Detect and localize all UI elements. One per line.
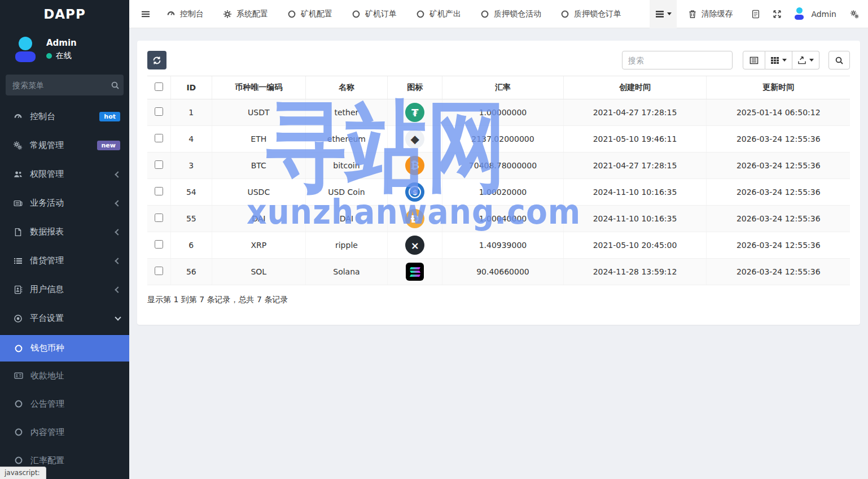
cell-icon: ₿ xyxy=(388,153,442,179)
cell-name: DAI xyxy=(305,206,388,232)
table-row: 1USDTtether₮1.000000002021-04-27 17:28:1… xyxy=(147,99,850,126)
user-status: 在线 xyxy=(46,51,77,61)
fullscreen-icon[interactable] xyxy=(773,10,782,19)
row-checkbox[interactable] xyxy=(155,134,163,142)
table-row: 55DAIDAIÐ1.000400002024-11-10 10:16:3520… xyxy=(147,206,850,232)
coins-table: ID币种唯一编码名称图标汇率创建时间更新时间 1USDTtether₮1.000… xyxy=(147,76,850,285)
gears-icon xyxy=(12,141,24,150)
row-checkbox[interactable] xyxy=(155,187,163,195)
refresh-button[interactable] xyxy=(147,51,166,69)
columns-dropdown-button[interactable] xyxy=(765,51,792,69)
user-avatar[interactable] xyxy=(12,36,38,62)
sidebar-item-platform-settings[interactable]: 平台设置 xyxy=(0,304,129,333)
cell-icon: × xyxy=(388,232,442,259)
badge-hot: hot xyxy=(99,112,120,121)
table-row: 56SOLSolana90.406600002024-11-28 13:59:1… xyxy=(147,259,850,285)
table-search-input[interactable] xyxy=(622,51,733,69)
sidebar-item-loan-mgmt[interactable]: 借贷管理 xyxy=(0,246,129,275)
row-checkbox[interactable] xyxy=(155,107,163,116)
cell-name: tether xyxy=(305,99,388,126)
cell-code: XRP xyxy=(212,232,306,259)
sidebar-item-label: 平台设置 xyxy=(30,313,116,324)
column-header[interactable]: 币种唯一编码 xyxy=(212,76,306,99)
caret-down-icon xyxy=(667,12,672,15)
bullseye-icon xyxy=(12,314,24,323)
status-tooltip: javascript: xyxy=(0,467,46,479)
topnav-tabs: 控制台系统配置矿机配置矿机订单矿机产出质押锁仓活动质押锁仓订单 xyxy=(166,9,621,19)
cell-id: 54 xyxy=(170,179,212,206)
user-menu-label: Admin xyxy=(811,10,836,19)
record-summary: 显示第 1 到第 7 条记录，总共 7 条记录 xyxy=(147,295,850,305)
sidebar-item-label: 用户信息 xyxy=(30,284,116,295)
sidebar-item-permission-mgmt[interactable]: 权限管理 xyxy=(0,160,129,189)
tab-stake-activity[interactable]: 质押锁仓活动 xyxy=(480,9,541,19)
tab-list-dropdown[interactable] xyxy=(650,0,677,28)
user-menu[interactable]: Admin xyxy=(792,7,836,21)
cell-icon: Ð xyxy=(388,206,442,232)
cell-name: USD Coin xyxy=(305,179,388,206)
row-checkbox[interactable] xyxy=(155,214,163,222)
cell-created: 2021-05-10 20:45:00 xyxy=(563,232,707,259)
cell-created: 2024-11-10 10:16:35 xyxy=(563,206,707,232)
sidebar-item-general-mgmt[interactable]: 常规管理new xyxy=(0,131,129,160)
sidebar-item-receive-address[interactable]: 收款地址 xyxy=(0,362,129,390)
sidebar-search-input[interactable] xyxy=(12,81,111,90)
tab-miner-config[interactable]: 矿机配置 xyxy=(287,9,332,19)
row-select-cell xyxy=(147,232,170,259)
hamburger-menu-icon[interactable] xyxy=(137,10,154,19)
tab-label: 矿机配置 xyxy=(301,9,332,19)
row-select-cell xyxy=(147,126,170,153)
btc-coin-icon: ₿ xyxy=(405,156,424,175)
sidebar-item-label: 借贷管理 xyxy=(30,255,116,266)
badge-new: new xyxy=(97,141,120,150)
settings-gears-icon[interactable] xyxy=(850,10,859,19)
tab-miner-output[interactable]: 矿机产出 xyxy=(416,9,461,19)
row-checkbox[interactable] xyxy=(155,160,163,169)
tab-system-config[interactable]: 系统配置 xyxy=(223,9,268,19)
trash-icon xyxy=(688,10,697,19)
column-header[interactable]: ID xyxy=(170,76,212,99)
row-checkbox[interactable] xyxy=(155,240,163,249)
tab-label: 控制台 xyxy=(180,9,204,19)
sidebar-item-user-info[interactable]: 用户信息 xyxy=(0,275,129,304)
list-icon xyxy=(12,256,24,265)
sidebar-submenu: 钱包币种收款地址公告管理内容管理汇率配置 xyxy=(0,334,129,474)
cell-code: BTC xyxy=(212,153,306,179)
main-content: ID币种唯一编码名称图标汇率创建时间更新时间 1USDTtether₮1.000… xyxy=(129,28,868,479)
column-header[interactable]: 名称 xyxy=(305,76,388,99)
export-dropdown-button[interactable] xyxy=(792,51,819,69)
sidebar-item-label: 权限管理 xyxy=(30,169,116,180)
column-header[interactable]: 汇率 xyxy=(442,76,563,99)
sidebar-item-content-mgmt[interactable]: 内容管理 xyxy=(0,418,129,446)
chevron-left-icon xyxy=(115,258,121,264)
search-button[interactable] xyxy=(828,51,850,69)
sidebar-item-announcement-mgmt[interactable]: 公告管理 xyxy=(0,390,129,418)
clear-cache-button[interactable]: 清除缓存 xyxy=(688,9,733,19)
table-row: 6XRPripple×1.409390002021-05-10 20:45:00… xyxy=(147,232,850,259)
column-header[interactable]: 创建时间 xyxy=(563,76,707,99)
chevron-left-icon xyxy=(115,229,121,235)
detail-view-button[interactable] xyxy=(743,51,765,69)
sidebar-item-business-activity[interactable]: 业务活动 xyxy=(0,189,129,217)
cell-rate: 1.00020000 xyxy=(442,179,563,206)
column-header[interactable]: 图标 xyxy=(388,76,442,99)
sidebar-item-label: 钱包币种 xyxy=(30,343,64,354)
sidebar-item-console[interactable]: 控制台hot xyxy=(0,102,129,131)
cell-created: 2024-11-10 10:16:35 xyxy=(563,179,707,206)
document-icon[interactable] xyxy=(751,10,760,19)
brand-logo[interactable]: DAPP xyxy=(0,0,129,28)
user-panel: Admin 在线 xyxy=(0,28,129,69)
tab-miner-order[interactable]: 矿机订单 xyxy=(352,9,397,19)
cell-icon: $ xyxy=(388,179,442,206)
tab-stake-order[interactable]: 质押锁仓订单 xyxy=(560,9,621,19)
column-header[interactable]: 更新时间 xyxy=(707,76,850,99)
chevron-down-icon xyxy=(115,314,121,320)
sidebar-item-wallet-coin[interactable]: 钱包币种 xyxy=(0,335,129,362)
row-checkbox[interactable] xyxy=(155,267,163,275)
clear-cache-label: 清除缓存 xyxy=(701,9,733,19)
search-icon xyxy=(111,81,120,90)
sidebar-item-label: 公告管理 xyxy=(30,399,64,410)
tab-console[interactable]: 控制台 xyxy=(166,9,204,19)
select-all-checkbox[interactable] xyxy=(155,82,163,91)
sidebar-item-data-report[interactable]: 数据报表 xyxy=(0,217,129,246)
